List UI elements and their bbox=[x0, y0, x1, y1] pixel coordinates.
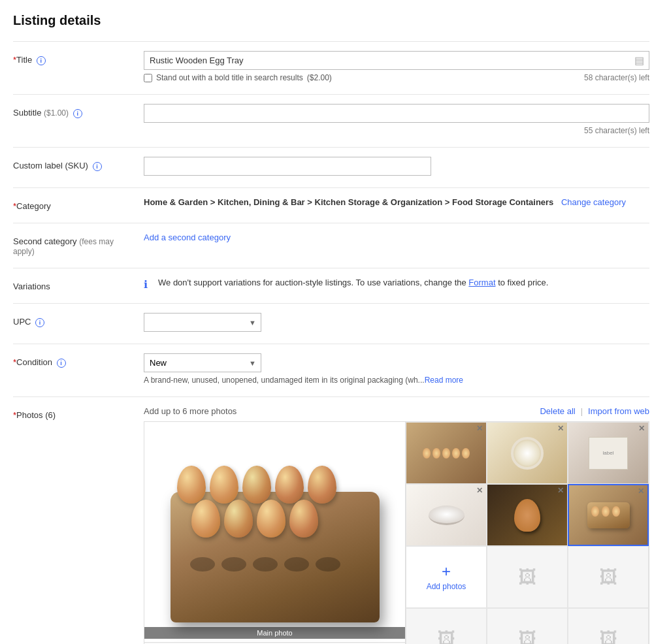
thumbnail-2[interactable]: ✕ bbox=[487, 422, 568, 484]
title-info-icon[interactable]: i bbox=[37, 56, 46, 65]
remove-thumb-6-icon[interactable]: ✕ bbox=[638, 487, 644, 495]
add-second-category-link[interactable]: Add a second category bbox=[144, 233, 231, 242]
category-row: *Category Home & Garden > Kitchen, Dinin… bbox=[13, 187, 649, 211]
read-more-link[interactable]: Read more bbox=[425, 376, 463, 385]
photos-row: *Photos (6) Add up to 6 more photos Dele… bbox=[13, 396, 649, 644]
add-photos-label: Add photos bbox=[427, 582, 466, 591]
remove-thumb-5-icon[interactable]: ✕ bbox=[557, 487, 564, 494]
photos-header-right: Delete all | Import from web bbox=[540, 406, 649, 416]
bold-title-price: ($2.00) bbox=[307, 73, 332, 82]
image-placeholder-icon-11: 🖼 bbox=[599, 628, 617, 644]
variations-label: Variations bbox=[13, 278, 144, 291]
subtitle-info-icon[interactable]: i bbox=[73, 109, 82, 118]
photos-label: *Photos (6) bbox=[13, 406, 144, 420]
upc-field-col: ▼ bbox=[144, 313, 649, 332]
title-label: *Title i bbox=[13, 51, 144, 65]
title-input[interactable] bbox=[144, 51, 649, 70]
photos-header: Add up to 6 more photos Delete all | Imp… bbox=[144, 406, 649, 416]
bold-title-row: Stand out with a bold title in search re… bbox=[144, 73, 649, 82]
egg-tray-visual bbox=[164, 466, 385, 622]
add-photos-plus-icon: + bbox=[442, 564, 451, 579]
main-photo-label: Main photo bbox=[144, 627, 405, 639]
title-chars-left: 58 character(s) left bbox=[584, 73, 649, 82]
second-category-row: Second category (fees may apply) Add a s… bbox=[13, 223, 649, 256]
bold-title-left: Stand out with a bold title in search re… bbox=[144, 73, 332, 82]
subtitle-chars-left: 55 character(s) left bbox=[584, 126, 649, 135]
bold-title-checkbox[interactable] bbox=[144, 74, 152, 82]
upc-select-wrapper: ▼ bbox=[144, 313, 261, 332]
remove-thumb-3-icon[interactable]: ✕ bbox=[638, 425, 645, 432]
custom-label-field-col bbox=[144, 157, 649, 176]
condition-select-wrapper: New Used ▼ bbox=[144, 353, 261, 372]
category-value: Home & Garden > Kitchen, Dining & Bar > … bbox=[144, 197, 553, 207]
upc-row: UPC i ▼ bbox=[13, 303, 649, 332]
import-from-web-link[interactable]: Import from web bbox=[588, 406, 649, 416]
upc-info-icon[interactable]: i bbox=[35, 318, 44, 327]
category-label: *Category bbox=[13, 197, 144, 211]
thumbnail-6[interactable]: ✕ bbox=[568, 484, 649, 546]
remove-thumb-1-icon[interactable]: ✕ bbox=[476, 425, 483, 432]
empty-thumb-8[interactable]: 🖼 bbox=[568, 546, 649, 608]
photos-add-more-text: Add up to 6 more photos bbox=[144, 406, 237, 416]
photos-field-col: Add up to 6 more photos Delete all | Imp… bbox=[144, 406, 649, 644]
condition-row: *Condition i New Used ▼ A brand-new, unu… bbox=[13, 344, 649, 385]
image-placeholder-icon-7: 🖼 bbox=[518, 566, 536, 588]
subtitle-label: Subtitle ($1.00) i bbox=[13, 104, 144, 118]
main-photo-area[interactable]: Main photo ⊡ ↺ ☀ ▲ ✦ 🗑 bbox=[144, 422, 406, 644]
variations-info-icon: ℹ bbox=[144, 278, 154, 291]
title-field-icon: ▤ bbox=[634, 54, 644, 67]
format-link[interactable]: Format bbox=[468, 278, 495, 287]
upc-label: UPC i bbox=[13, 313, 144, 327]
custom-label-input[interactable] bbox=[144, 157, 431, 176]
thumbnail-5[interactable]: ✕ bbox=[487, 484, 568, 546]
condition-info-icon[interactable]: i bbox=[57, 359, 66, 368]
empty-thumb-9[interactable]: 🖼 bbox=[406, 608, 487, 644]
photos-grid-container: Main photo ⊡ ↺ ☀ ▲ ✦ 🗑 bbox=[144, 421, 649, 644]
thumbnail-4[interactable]: ✕ bbox=[406, 484, 487, 546]
subtitle-row: Subtitle ($1.00) i 55 character(s) left bbox=[13, 94, 649, 135]
custom-label-label: Custom label (SKU) i bbox=[13, 157, 144, 171]
variations-field-col: ℹ We don't support variations for auctio… bbox=[144, 278, 649, 291]
subtitle-input[interactable] bbox=[144, 104, 649, 123]
title-input-wrapper: ▤ bbox=[144, 51, 649, 70]
remove-thumb-2-icon[interactable]: ✕ bbox=[557, 425, 564, 432]
remove-thumb-4-icon[interactable]: ✕ bbox=[476, 487, 483, 494]
page-title: Listing details bbox=[13, 13, 649, 28]
condition-field-col: New Used ▼ A brand-new, unused, unopened… bbox=[144, 353, 649, 385]
delete-all-link[interactable]: Delete all bbox=[540, 406, 575, 416]
thumbnail-3[interactable]: label ✕ bbox=[568, 422, 649, 484]
condition-label: *Condition i bbox=[13, 353, 144, 368]
image-placeholder-icon-8: 🖼 bbox=[599, 566, 617, 588]
add-photos-cell[interactable]: + Add photos bbox=[406, 546, 487, 608]
subtitle-field-col: 55 character(s) left bbox=[144, 104, 649, 135]
image-placeholder-icon-10: 🖼 bbox=[518, 628, 536, 644]
page-container: Listing details *Title i ▤ Stand out wit… bbox=[0, 0, 669, 644]
main-photo-image bbox=[157, 446, 392, 642]
bold-title-label: Stand out with a bold title in search re… bbox=[156, 73, 303, 82]
second-category-field-col: Add a second category bbox=[144, 233, 649, 242]
title-field-col: ▤ Stand out with a bold title in search … bbox=[144, 51, 649, 82]
condition-description: A brand-new, unused, unopened, undamaged… bbox=[144, 376, 649, 385]
second-category-label: Second category (fees may apply) bbox=[13, 233, 144, 256]
empty-thumb-10[interactable]: 🖼 bbox=[487, 608, 568, 644]
variations-info: ℹ We don't support variations for auctio… bbox=[144, 278, 649, 291]
empty-thumb-11[interactable]: 🖼 bbox=[568, 608, 649, 644]
category-field-col: Home & Garden > Kitchen, Dining & Bar > … bbox=[144, 197, 649, 207]
upc-select[interactable] bbox=[144, 313, 261, 332]
variations-row: Variations ℹ We don't support variations… bbox=[13, 268, 649, 291]
thumbnail-1[interactable]: ✕ bbox=[406, 422, 487, 484]
title-row: *Title i ▤ Stand out with a bold title i… bbox=[13, 41, 649, 82]
thumbnails-area: ✕ ✕ label ✕ bbox=[406, 422, 649, 644]
image-placeholder-icon-9: 🖼 bbox=[437, 628, 455, 644]
condition-select[interactable]: New Used bbox=[144, 353, 261, 372]
custom-label-info-icon[interactable]: i bbox=[93, 162, 102, 171]
change-category-link[interactable]: Change category bbox=[561, 197, 626, 207]
empty-thumb-7[interactable]: 🖼 bbox=[487, 546, 568, 608]
custom-label-row: Custom label (SKU) i bbox=[13, 147, 649, 176]
